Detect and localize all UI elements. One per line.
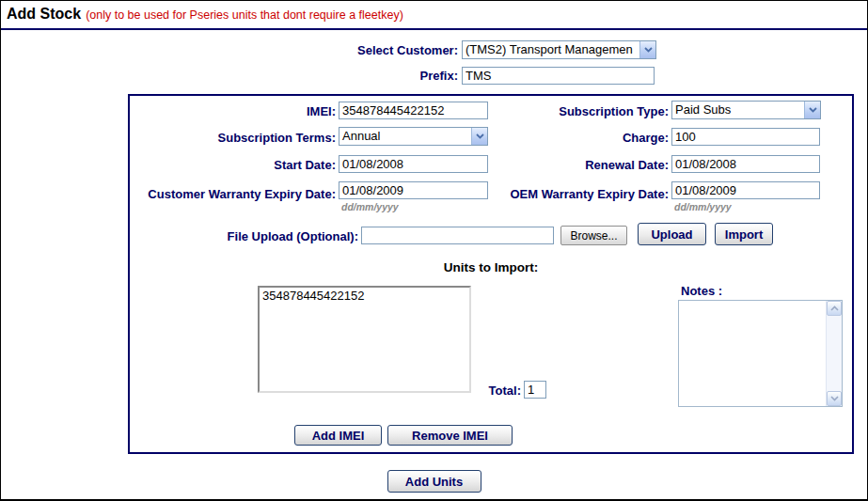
import-button[interactable]: Import bbox=[715, 223, 773, 245]
chevron-down-icon[interactable] bbox=[639, 41, 655, 58]
charge-label: Charge: bbox=[487, 131, 669, 145]
prefix-input[interactable] bbox=[462, 67, 655, 85]
start-date-label: Start Date: bbox=[130, 158, 336, 172]
units-to-import-label: Units to Import: bbox=[130, 260, 852, 274]
prefix-label: Prefix: bbox=[1, 69, 458, 83]
scroll-down-icon[interactable] bbox=[827, 391, 842, 406]
page: Add Stock(only to be used for Pseries un… bbox=[0, 0, 868, 501]
add-imei-button[interactable]: Add IMEI bbox=[294, 425, 382, 446]
charge-input[interactable] bbox=[671, 128, 820, 146]
page-header: Add Stock(only to be used for Pseries un… bbox=[7, 6, 403, 23]
oem-warranty-format-hint: dd/mm/yyyy bbox=[674, 201, 732, 212]
start-date-input[interactable] bbox=[339, 155, 488, 173]
customer-warranty-input[interactable] bbox=[339, 181, 488, 199]
imei-input[interactable] bbox=[339, 102, 488, 119]
stock-form-panel: IMEI: Subscription Type: Paid Subs Subsc… bbox=[128, 94, 854, 454]
upload-button[interactable]: Upload bbox=[638, 223, 706, 245]
total-input[interactable] bbox=[524, 381, 546, 399]
browse-button[interactable]: Browse... bbox=[560, 226, 627, 245]
chevron-down-icon[interactable] bbox=[804, 102, 820, 118]
select-customer-row: Select Customer: (TMS2) Transport Manage… bbox=[1, 40, 867, 59]
subscription-type-select[interactable]: Paid Subs bbox=[671, 101, 821, 119]
subscription-terms-value: Annual bbox=[339, 128, 471, 145]
renewal-date-label: Renewal Date: bbox=[487, 158, 669, 172]
page-subtitle: (only to be used for Pseries units that … bbox=[86, 8, 403, 22]
customer-select-value: (TMS2) Transport Managemen bbox=[463, 41, 639, 58]
imei-label: IMEI: bbox=[130, 104, 336, 118]
oem-warranty-input[interactable] bbox=[671, 181, 820, 199]
total-label: Total: bbox=[427, 384, 521, 398]
scroll-up-icon[interactable] bbox=[827, 301, 842, 316]
prefix-row: Prefix: bbox=[1, 67, 867, 85]
header-divider bbox=[1, 28, 867, 30]
renewal-date-input[interactable] bbox=[671, 155, 820, 173]
add-units-button[interactable]: Add Units bbox=[387, 470, 481, 493]
notes-textarea[interactable] bbox=[678, 300, 843, 407]
oem-warranty-label: OEM Warranty Expiry Date: bbox=[487, 187, 669, 201]
page-title: Add Stock bbox=[7, 6, 81, 22]
units-list-item[interactable]: 354878445422152 bbox=[260, 288, 469, 304]
subscription-type-value: Paid Subs bbox=[672, 102, 804, 118]
subscription-terms-label: Subscription Terms: bbox=[130, 131, 336, 145]
select-customer-label: Select Customer: bbox=[1, 43, 458, 57]
customer-warranty-format-hint: dd/mm/yyyy bbox=[341, 201, 399, 212]
notes-scrollbar[interactable] bbox=[826, 301, 842, 406]
file-upload-input[interactable] bbox=[361, 227, 554, 244]
units-listbox[interactable]: 354878445422152 bbox=[258, 286, 471, 393]
customer-warranty-label: Customer Warranty Expiry Date: bbox=[130, 187, 336, 201]
notes-label: Notes : bbox=[681, 284, 737, 298]
subscription-type-label: Subscription Type: bbox=[487, 104, 669, 118]
customer-select[interactable]: (TMS2) Transport Managemen bbox=[462, 40, 656, 59]
subscription-terms-select[interactable]: Annual bbox=[339, 127, 488, 146]
chevron-down-icon[interactable] bbox=[471, 128, 487, 145]
file-upload-label: File Upload (Optional): bbox=[130, 229, 358, 243]
remove-imei-button[interactable]: Remove IMEI bbox=[387, 425, 513, 446]
